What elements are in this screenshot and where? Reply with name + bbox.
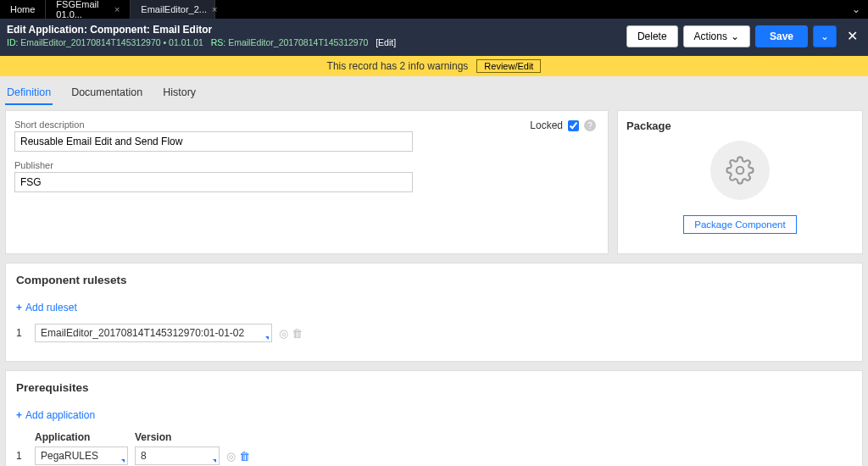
tabs-overflow-button[interactable]: ⌄	[844, 0, 868, 19]
help-icon[interactable]: ?	[584, 119, 596, 131]
actions-button[interactable]: Actions⌄	[683, 25, 750, 47]
short-desc-label: Short description	[14, 119, 599, 130]
save-button[interactable]: Save	[755, 25, 808, 47]
section-title: Prerequisites	[16, 381, 852, 394]
package-title: Package	[626, 119, 854, 132]
id-value: EmailEditor_20170814T145312970 • 01.01.0…	[20, 37, 203, 47]
publisher-label: Publisher	[14, 160, 599, 170]
trash-icon[interactable]: 🗑	[239, 450, 250, 463]
plus-icon: +	[16, 409, 22, 421]
target-icon[interactable]: ◎	[279, 327, 288, 340]
close-icon: ✕	[847, 28, 858, 44]
add-ruleset-link[interactable]: +Add ruleset	[16, 302, 77, 313]
svg-point-0	[737, 167, 744, 175]
rs-edit-link[interactable]: [Edit]	[376, 37, 396, 47]
section-title: Component rulesets	[16, 274, 852, 286]
plus-icon: +	[16, 302, 22, 313]
publisher-input[interactable]	[14, 172, 413, 192]
delete-button[interactable]: Delete	[626, 25, 678, 47]
add-application-link[interactable]: +Add application	[16, 409, 95, 421]
chevron-down-icon: ⌄	[731, 31, 739, 42]
prerequisites-section: Prerequisites +Add application Applicati…	[5, 370, 863, 466]
locked-checkbox[interactable]	[568, 120, 579, 131]
short-desc-input[interactable]	[14, 131, 413, 152]
rs-value: EmailEditor_20170814T145312970	[228, 37, 368, 47]
row-index: 1	[16, 450, 28, 462]
review-edit-button[interactable]: Review/Edit	[476, 59, 541, 73]
save-dropdown-button[interactable]: ⌄	[813, 25, 837, 47]
warning-text: This record has 2 info warnings	[327, 60, 469, 72]
tab-documentation[interactable]: Documentation	[70, 81, 144, 105]
close-icon[interactable]: ×	[212, 4, 217, 14]
close-button[interactable]: ✕	[842, 24, 863, 48]
tab-definition[interactable]: Definition	[5, 81, 53, 105]
row-index: 1	[16, 327, 28, 339]
chevron-down-icon: ⌄	[821, 31, 829, 42]
trash-icon[interactable]: 🗑	[292, 327, 303, 340]
tab-history[interactable]: History	[161, 81, 198, 105]
application-header: Application	[35, 431, 128, 443]
close-icon[interactable]: ×	[114, 4, 120, 14]
target-icon[interactable]: ◎	[226, 450, 236, 463]
version-header: Version	[135, 431, 220, 443]
version-input[interactable]: 8	[135, 447, 220, 465]
tab-home[interactable]: Home	[0, 0, 46, 19]
chevron-down-icon: ⌄	[852, 3, 860, 15]
locked-label: Locked	[530, 119, 563, 131]
ruleset-input[interactable]: EmailEditor_20170814T145312970:01-01-02	[35, 324, 272, 342]
definition-card: Short description Publisher Locked ?	[5, 110, 609, 254]
gear-icon	[710, 141, 770, 200]
package-component-button[interactable]: Package Component	[683, 215, 796, 234]
tab-fsgemail[interactable]: FSGEmail 01.0...×	[46, 0, 131, 19]
package-card: Package Package Component	[617, 110, 863, 254]
tab-emaileditor[interactable]: EmailEditor_2...×	[131, 0, 215, 19]
application-input[interactable]: PegaRULES	[35, 447, 128, 465]
rs-label: RS:	[211, 37, 226, 47]
id-label: ID:	[7, 37, 18, 47]
component-rulesets-section: Component rulesets +Add ruleset 1 EmailE…	[5, 263, 863, 362]
